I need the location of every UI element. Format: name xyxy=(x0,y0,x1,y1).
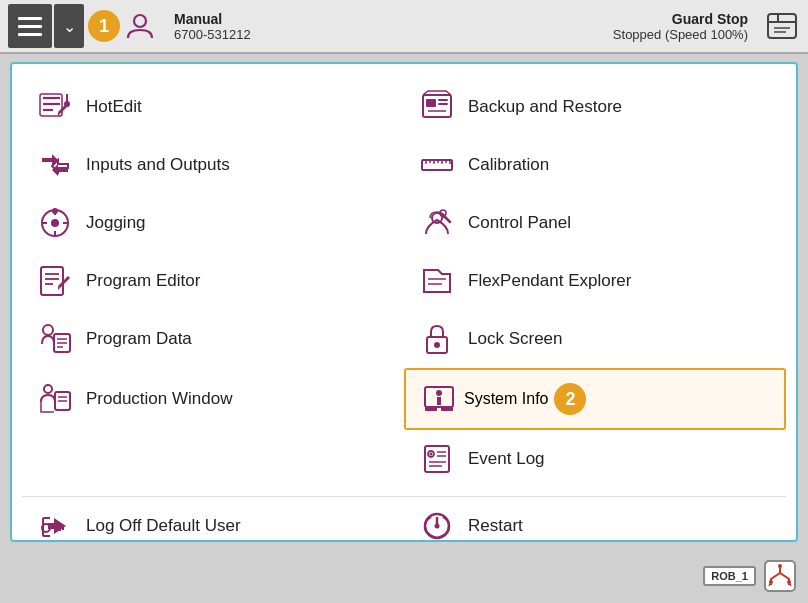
menu-item-backup-restore[interactable]: Backup and Restore xyxy=(404,78,786,136)
header-mode: Manual xyxy=(174,11,251,27)
control-panel-icon xyxy=(418,204,456,242)
hotedit-label: HotEdit xyxy=(86,97,142,117)
menu-item-program-editor[interactable]: Program Editor xyxy=(22,252,404,310)
calibration-icon xyxy=(418,146,456,184)
svg-point-69 xyxy=(769,580,773,584)
svg-point-24 xyxy=(52,208,58,214)
rob-badge: ROB_1 xyxy=(703,566,756,586)
badge-2: 2 xyxy=(554,383,586,415)
inputs-outputs-icon xyxy=(36,146,74,184)
svg-rect-12 xyxy=(438,99,448,101)
svg-point-70 xyxy=(787,580,791,584)
menu-item-program-data[interactable]: Program Data xyxy=(22,310,404,368)
menu-item-restart[interactable]: Restart xyxy=(404,497,786,555)
footer: ROB_1 xyxy=(688,549,808,603)
restart-label: Restart xyxy=(468,516,523,536)
menu-item-system-info[interactable]: System Info 2 xyxy=(404,368,786,430)
svg-rect-28 xyxy=(41,267,63,295)
menu-item-flexpendant-explorer[interactable]: FlexPendant Explorer xyxy=(404,252,786,310)
header-code: 6700-531212 xyxy=(174,27,251,42)
menu-item-logoff[interactable]: Log Off Default User xyxy=(22,497,404,555)
header-info: Manual 6700-531212 xyxy=(174,11,251,42)
jogging-icon xyxy=(36,204,74,242)
logoff-label: Log Off Default User xyxy=(86,516,241,536)
event-log-icon xyxy=(418,440,456,478)
program-data-icon xyxy=(36,320,74,358)
control-panel-label: Control Panel xyxy=(468,213,571,233)
svg-point-40 xyxy=(434,342,440,348)
svg-point-34 xyxy=(43,325,53,335)
stopped-label: Stopped (Speed 100%) xyxy=(613,27,748,42)
rob-icon xyxy=(760,556,800,596)
system-info-label: System Info xyxy=(464,390,548,408)
main-menu: HotEdit Backup and Restore Inputs and Ou… xyxy=(10,62,798,542)
program-editor-label: Program Editor xyxy=(86,271,200,291)
program-data-label: Program Data xyxy=(86,329,192,349)
program-editor-icon xyxy=(36,262,74,300)
menu-item-control-panel[interactable]: Control Panel xyxy=(404,194,786,252)
hamburger-bar-1 xyxy=(18,17,42,20)
hamburger-button[interactable] xyxy=(8,4,52,48)
production-window-label: Production Window xyxy=(86,389,232,409)
production-window-icon xyxy=(36,380,74,418)
svg-rect-1 xyxy=(768,14,796,38)
svg-point-41 xyxy=(44,385,52,393)
calibration-label: Calibration xyxy=(468,155,549,175)
svg-rect-13 xyxy=(438,103,448,105)
svg-point-0 xyxy=(134,15,146,27)
svg-rect-49 xyxy=(441,407,453,411)
backup-restore-label: Backup and Restore xyxy=(468,97,622,117)
flexpendant-explorer-icon xyxy=(418,262,456,300)
svg-rect-48 xyxy=(425,407,437,411)
svg-rect-11 xyxy=(426,99,436,107)
jogging-label: Jogging xyxy=(86,213,146,233)
svg-rect-50 xyxy=(425,446,449,472)
flexpendant-explorer-label: FlexPendant Explorer xyxy=(468,271,631,291)
hamburger-bar-2 xyxy=(18,25,42,28)
guard-stop-label: Guard Stop xyxy=(672,11,748,27)
hotedit-icon xyxy=(36,88,74,126)
chevron-down-button[interactable]: ⌄ xyxy=(54,4,84,48)
menu-item-calibration[interactable]: Calibration xyxy=(404,136,786,194)
user-icon xyxy=(122,8,158,44)
restart-icon xyxy=(418,507,456,545)
header-left: ⌄ 1 xyxy=(8,4,158,48)
svg-point-66 xyxy=(778,564,782,568)
inputs-outputs-label: Inputs and Outputs xyxy=(86,155,230,175)
menu-item-hotedit[interactable]: HotEdit xyxy=(22,78,404,136)
menu-item-inputs-outputs[interactable]: Inputs and Outputs xyxy=(22,136,404,194)
svg-point-23 xyxy=(51,219,59,227)
svg-point-63 xyxy=(435,524,440,529)
svg-point-46 xyxy=(436,390,442,396)
header-right-icon xyxy=(764,8,800,44)
hamburger-bar-3 xyxy=(18,33,42,36)
svg-point-52 xyxy=(430,453,433,456)
menu-item-lock-screen[interactable]: Lock Screen xyxy=(404,310,786,368)
logoff-icon xyxy=(36,507,74,545)
svg-point-9 xyxy=(64,101,70,107)
lock-screen-label: Lock Screen xyxy=(468,329,563,349)
badge-1: 1 xyxy=(88,10,120,42)
backup-restore-icon xyxy=(418,88,456,126)
menu-item-event-log[interactable]: Event Log xyxy=(404,430,786,488)
system-info-icon xyxy=(420,380,458,418)
header: ⌄ 1 Manual 6700-531212 Guard Stop Stoppe… xyxy=(0,0,808,54)
menu-item-production-window[interactable]: Production Window xyxy=(22,368,404,430)
menu-item-jogging[interactable]: Jogging xyxy=(22,194,404,252)
menu-item-empty xyxy=(22,430,404,488)
header-status: Guard Stop Stopped (Speed 100%) xyxy=(613,11,748,42)
svg-rect-47 xyxy=(437,397,441,405)
event-log-label: Event Log xyxy=(468,449,545,469)
lock-screen-icon xyxy=(418,320,456,358)
